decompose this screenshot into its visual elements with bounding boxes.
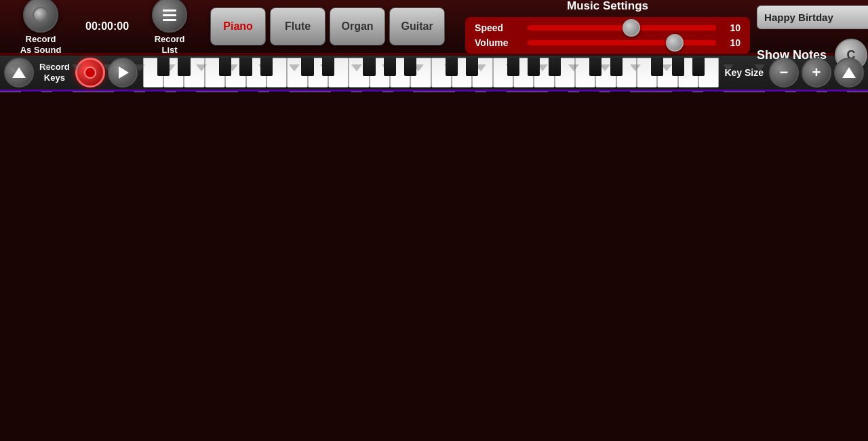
mini-black-key[interactable] <box>404 58 416 76</box>
timer-display: 00:00:00 <box>85 20 129 33</box>
speed-track <box>528 25 716 31</box>
mini-black-key[interactable] <box>178 58 190 76</box>
mini-black-key[interactable] <box>363 58 375 76</box>
music-settings-title: Music Settings <box>567 0 648 13</box>
mini-black-key[interactable] <box>301 58 313 76</box>
black-key[interactable] <box>145 92 165 92</box>
key-size-increase-button[interactable]: + <box>802 58 831 88</box>
key-arrow-icon <box>72 64 83 71</box>
black-key[interactable] <box>827 92 848 92</box>
mini-black-key[interactable] <box>589 58 601 76</box>
black-key[interactable] <box>455 92 475 92</box>
mini-black-key[interactable] <box>239 58 252 76</box>
record-red-button[interactable] <box>75 58 105 88</box>
key-arrow-icon <box>723 64 734 71</box>
mini-black-key[interactable] <box>651 58 663 76</box>
mini-black-key[interactable] <box>610 58 623 76</box>
record-as-sound-button[interactable] <box>23 0 58 33</box>
mini-black-key[interactable] <box>219 58 231 76</box>
play-strip-icon <box>119 66 129 79</box>
record-as-sound-section: RecordAs Sound <box>7 0 75 56</box>
black-key[interactable] <box>21 92 41 92</box>
music-control-top-row: Happy Birtday ▼ <box>757 0 868 35</box>
volume-row: Volume 10 <box>475 37 741 48</box>
key-arrow-icon <box>10 64 21 71</box>
song-dropdown[interactable]: Happy Birtday ▼ <box>757 5 868 29</box>
key-arrow-icon <box>568 64 579 71</box>
black-key[interactable] <box>703 92 724 92</box>
play-strip-button[interactable] <box>108 58 138 88</box>
mini-keyboard[interactable] <box>143 58 719 88</box>
mini-black-key[interactable] <box>528 58 540 76</box>
black-key[interactable] <box>52 92 73 92</box>
record-as-sound-inner <box>33 7 49 23</box>
key-arrow-icon <box>103 64 114 71</box>
key-size-up-button[interactable] <box>834 58 864 88</box>
black-key[interactable] <box>269 92 290 92</box>
black-key[interactable] <box>548 92 568 92</box>
black-key[interactable] <box>393 92 414 92</box>
key-arrow-icon <box>289 64 300 71</box>
instrument-flute[interactable]: Flute <box>270 7 326 45</box>
mini-black-key[interactable] <box>692 58 705 76</box>
mini-black-key[interactable] <box>260 58 273 76</box>
sliders-area: Speed 10 Volume 10 <box>465 17 750 54</box>
volume-thumb[interactable] <box>666 34 684 52</box>
black-key[interactable] <box>176 92 197 92</box>
top-bar: RecordAs Sound 00:00:00 RecordList Piano… <box>0 0 868 54</box>
speed-value: 10 <box>722 22 741 33</box>
keyboard-strip: RecordKeys Key Size − + <box>0 54 868 92</box>
mini-black-key[interactable] <box>466 58 478 76</box>
key-arrow-icon <box>785 64 796 71</box>
mini-black-key[interactable] <box>157 58 170 76</box>
mini-black-key[interactable] <box>322 58 334 76</box>
black-key[interactable] <box>672 92 692 92</box>
key-arrow-icon <box>847 64 858 71</box>
record-list-label: RecordList <box>155 34 185 55</box>
black-key[interactable] <box>331 92 351 92</box>
volume-label: Volume <box>475 37 522 48</box>
speed-row: Speed 10 <box>475 22 741 33</box>
volume-value: 10 <box>722 37 741 48</box>
mini-black-key[interactable] <box>446 58 458 76</box>
key-arrow-icon <box>351 64 362 71</box>
record-list-section: RecordList <box>142 0 197 56</box>
instrument-organ[interactable]: Organ <box>330 7 385 45</box>
instrument-piano[interactable]: Piano <box>210 7 266 45</box>
mini-black-key[interactable] <box>384 58 396 76</box>
key-size-area: Key Size − + <box>724 58 864 88</box>
black-key[interactable] <box>486 92 507 92</box>
key-arrow-icon <box>754 64 765 71</box>
piano-section <box>0 92 868 441</box>
key-size-decrease-button[interactable]: − <box>769 58 799 88</box>
black-key[interactable] <box>796 92 816 92</box>
black-key[interactable] <box>114 92 134 92</box>
black-key[interactable] <box>579 92 599 92</box>
mini-black-key[interactable] <box>507 58 519 76</box>
key-arrow-icon <box>41 64 52 71</box>
key-arrow-icon <box>630 64 641 71</box>
list-icon <box>163 9 176 21</box>
black-key[interactable] <box>765 92 785 92</box>
black-key[interactable] <box>610 92 631 92</box>
key-arrow-icon <box>196 64 207 71</box>
mini-black-key[interactable] <box>672 58 684 76</box>
black-key[interactable] <box>362 92 382 92</box>
speed-thumb[interactable] <box>623 19 640 37</box>
black-key[interactable] <box>238 92 258 92</box>
speed-label: Speed <box>475 22 522 33</box>
music-settings-section: Music Settings Speed 10 Volume 10 <box>465 0 750 54</box>
instrument-buttons: Piano Flute Organ Guitar <box>210 7 445 45</box>
key-arrow-icon <box>816 64 827 71</box>
volume-track <box>528 40 716 45</box>
instrument-guitar[interactable]: Guitar <box>389 7 445 45</box>
piano-keyboard[interactable] <box>0 92 868 92</box>
key-arrow-icon <box>134 64 145 71</box>
mini-black-key[interactable] <box>549 58 561 76</box>
scroll-up-button[interactable] <box>4 58 34 88</box>
record-as-sound-label: RecordAs Sound <box>20 34 62 55</box>
song-name: Happy Birtday <box>764 12 833 23</box>
record-inner-icon <box>84 66 96 79</box>
record-list-button[interactable] <box>152 0 187 33</box>
